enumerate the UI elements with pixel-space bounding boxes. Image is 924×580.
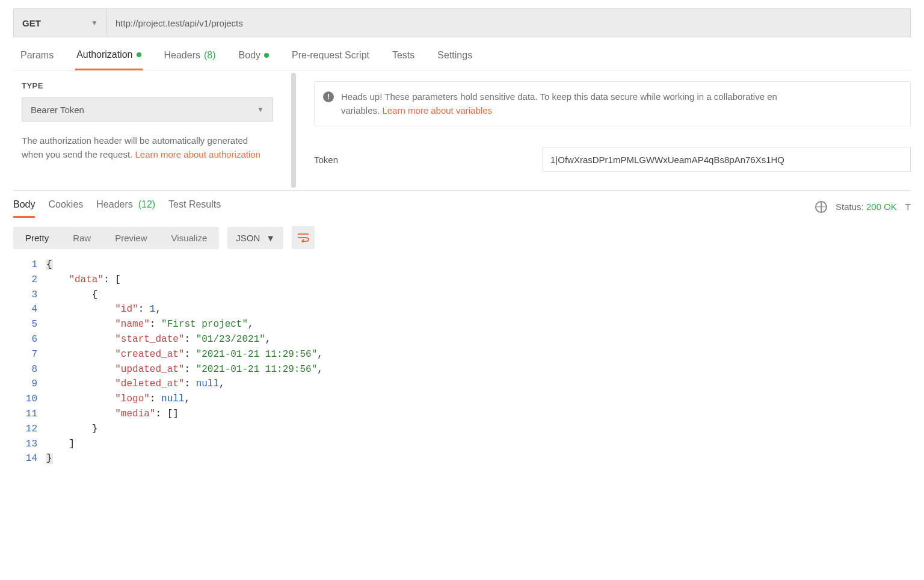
auth-type-dropdown[interactable]: Bearer Token ▼	[22, 97, 273, 122]
authorization-right: ! Heads up! These parameters hold sensit…	[296, 70, 911, 190]
scrollbar[interactable]	[291, 73, 296, 188]
tab-prerequest-label: Pre-request Script	[292, 50, 369, 61]
token-input[interactable]	[543, 147, 911, 172]
chevron-down-icon: ▼	[91, 19, 98, 27]
request-url-input[interactable]	[106, 8, 911, 37]
view-preview[interactable]: Preview	[103, 227, 159, 249]
request-tabs: Params Authorization Headers (8) Body Pr…	[13, 37, 911, 70]
alert-text-2: variables.	[341, 105, 382, 116]
dot-icon	[264, 53, 269, 58]
resp-tab-body[interactable]: Body	[13, 196, 35, 218]
resp-tab-test-results[interactable]: Test Results	[168, 196, 221, 218]
chevron-down-icon: ▼	[266, 233, 275, 243]
tab-headers[interactable]: Headers (8)	[163, 47, 217, 70]
resp-tab-headers-count: (12)	[138, 199, 155, 209]
resp-tab-cookies-label: Cookies	[48, 199, 83, 209]
resp-tab-headers-label: Headers	[96, 199, 132, 209]
auth-type-heading: TYPE	[22, 81, 288, 90]
auth-type-value: Bearer Token	[31, 105, 84, 115]
tab-body[interactable]: Body	[238, 47, 270, 70]
tab-headers-count: (8)	[204, 50, 216, 61]
alert-text-1: Heads up! These parameters hold sensitiv…	[341, 91, 777, 102]
tab-authorization-label: Authorization	[76, 49, 132, 60]
authorization-left: TYPE Bearer Token ▼ The authorization he…	[13, 70, 296, 190]
learn-more-authorization-link[interactable]: Learn more about authorization	[135, 149, 260, 159]
code-content: { "data": [ { "id": 1, "name": "First pr…	[46, 255, 323, 469]
token-row: Token	[314, 147, 911, 172]
http-method-dropdown[interactable]: GET ▼	[13, 8, 106, 37]
dot-icon	[137, 52, 141, 57]
alert-body: Heads up! These parameters hold sensitiv…	[341, 90, 777, 117]
learn-more-variables-link[interactable]: Learn more about variables	[382, 105, 492, 116]
sensitive-data-alert: ! Heads up! These parameters hold sensit…	[314, 81, 911, 126]
tab-settings-label: Settings	[437, 50, 472, 61]
status-value: 200 OK	[866, 202, 897, 212]
status-label: Status:	[836, 202, 864, 212]
response-body-toolbar: Pretty Raw Preview Visualize JSON ▼	[13, 226, 911, 249]
auth-description: The authorization header will be automat…	[22, 134, 262, 162]
chevron-down-icon: ▼	[257, 105, 264, 114]
response-bar: Body Cookies Headers (12) Test Results S…	[13, 196, 911, 218]
tab-headers-label: Headers	[164, 50, 200, 61]
tab-settings[interactable]: Settings	[436, 47, 473, 70]
line-gutter: 1234567891011121314	[13, 255, 46, 469]
info-icon: !	[323, 91, 334, 102]
response-body-code[interactable]: 1234567891011121314 { "data": [ { "id": …	[13, 255, 911, 469]
wrap-lines-button[interactable]	[292, 226, 315, 249]
token-label: Token	[314, 155, 519, 165]
request-row: GET ▼	[13, 8, 911, 37]
resp-tab-cookies[interactable]: Cookies	[48, 196, 83, 218]
view-visualize[interactable]: Visualize	[159, 227, 220, 249]
tab-body-label: Body	[239, 50, 260, 61]
tab-tests[interactable]: Tests	[391, 47, 416, 70]
http-method-value: GET	[22, 18, 41, 28]
resp-tab-body-label: Body	[13, 199, 35, 209]
tab-params[interactable]: Params	[19, 47, 55, 70]
globe-icon[interactable]	[815, 201, 827, 213]
tab-authorization[interactable]: Authorization	[75, 47, 142, 70]
tab-tests-label: Tests	[392, 50, 414, 61]
tab-prerequest-script[interactable]: Pre-request Script	[291, 47, 371, 70]
view-mode-group: Pretty Raw Preview Visualize	[13, 227, 219, 249]
view-pretty[interactable]: Pretty	[13, 227, 61, 249]
view-raw[interactable]: Raw	[61, 227, 103, 249]
language-value: JSON	[236, 233, 260, 243]
resp-tab-headers[interactable]: Headers (12)	[96, 196, 155, 218]
tab-params-label: Params	[20, 50, 54, 61]
response-tabs: Body Cookies Headers (12) Test Results	[13, 196, 221, 218]
response-status: Status: 200 OK T	[815, 201, 911, 213]
resp-tab-test-results-label: Test Results	[168, 199, 221, 209]
language-dropdown[interactable]: JSON ▼	[227, 227, 283, 249]
authorization-panel: TYPE Bearer Token ▼ The authorization he…	[13, 70, 911, 191]
status-trailing: T	[905, 202, 911, 212]
